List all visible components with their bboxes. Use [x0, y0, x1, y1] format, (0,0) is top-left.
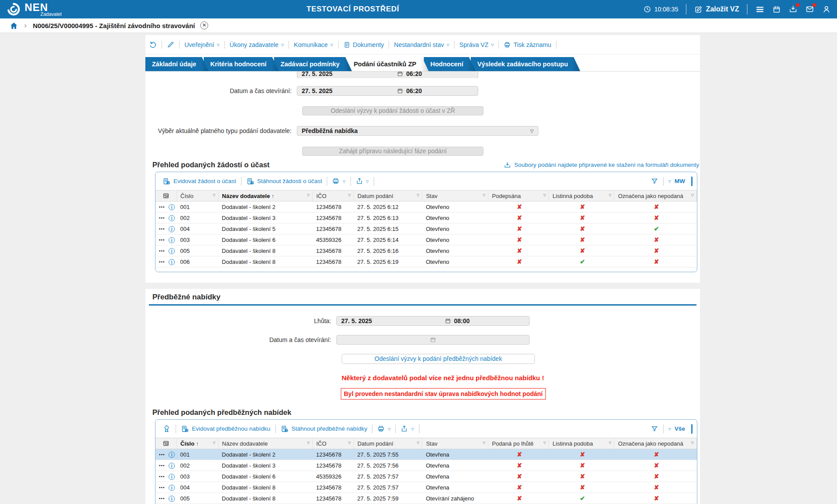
export-grid-button[interactable]: ▽	[356, 177, 369, 185]
row-info-button[interactable]: i	[165, 202, 177, 212]
column-header[interactable]: Podaná po lhůtě▽	[488, 438, 549, 449]
create-vz-button[interactable]: Založit VZ	[694, 5, 739, 14]
row-info-button[interactable]: i	[165, 460, 177, 471]
row-info-button[interactable]: i	[165, 234, 177, 245]
deadline-field[interactable]: 27. 5. 2025 08:00	[336, 316, 530, 326]
row-info-button[interactable]: i	[165, 449, 177, 460]
row-menu-button[interactable]: •••	[155, 212, 165, 223]
breadcrumb-record[interactable]: N006/25/V00004995 - Zajištění závodního …	[33, 22, 195, 29]
table-row[interactable]: •••i002Dodavatel - školení 31234567827. …	[155, 460, 697, 471]
calendar-icon[interactable]	[397, 72, 403, 77]
menu-item-tisk-zaznamu[interactable]: Tisk záznamu	[504, 41, 551, 48]
column-filter-icon[interactable]: ▽	[307, 193, 310, 197]
print-grid-button[interactable]: ▽	[332, 177, 345, 185]
inbox-button[interactable]	[789, 5, 797, 14]
user-profile-button[interactable]	[822, 5, 831, 14]
view-selector[interactable]: Vše	[675, 425, 685, 432]
menu-item-ukony-zadavatele[interactable]: Úkony zadavatele▽	[230, 41, 284, 48]
column-filter-icon[interactable]: ▽	[483, 193, 485, 197]
main-menu-button[interactable]	[755, 5, 765, 14]
row-menu-button[interactable]: •••	[155, 234, 165, 245]
download-requests-button[interactable]: Stáhnout žádosti o účast	[246, 177, 322, 185]
table-row[interactable]: •••i006Dodavatel - školení 81234567827. …	[155, 256, 697, 267]
column-filter-icon[interactable]: ▽	[348, 193, 351, 197]
history-button[interactable]	[149, 41, 157, 49]
chevron-down-icon[interactable]: ▽	[668, 427, 671, 431]
table-row[interactable]: •••i001Dodavatel - školení 21234567827. …	[155, 202, 697, 212]
row-info-button[interactable]: i	[165, 245, 177, 256]
grid-scrollbar[interactable]	[691, 424, 693, 434]
table-row[interactable]: •••i002Dodavatel - školení 31234567827. …	[155, 212, 697, 223]
table-row[interactable]: •••i003Dodavatel - školení 64535932627. …	[155, 471, 697, 482]
column-filter-icon[interactable]: ▽	[609, 441, 611, 445]
send-preliminary-request-button[interactable]: Odeslání výzvy k podání předběžných nabí…	[342, 354, 535, 364]
row-menu-button[interactable]: •••	[155, 256, 165, 267]
column-filter-icon[interactable]: ▽	[483, 441, 485, 445]
column-header[interactable]: Číslo ↑▽	[177, 438, 218, 449]
column-header[interactable]: Název dodavatele▽	[218, 438, 313, 449]
next-phase-button[interactable]: Zahájit přípravu následující fáze podání	[302, 147, 483, 156]
grid-scrollbar[interactable]	[691, 176, 693, 186]
edit-record-button[interactable]	[167, 41, 174, 48]
row-menu-button[interactable]: •••	[155, 493, 165, 504]
column-header[interactable]: Datum podání▽	[354, 191, 422, 202]
column-filter-icon[interactable]: ▽	[691, 441, 694, 445]
column-filter-icon[interactable]: ▽	[691, 193, 694, 197]
grid-settings-icon[interactable]	[155, 191, 177, 202]
column-filter-icon[interactable]: ▽	[417, 193, 419, 197]
table-row[interactable]: •••i001Dodavatel - školení 21234567827. …	[155, 449, 697, 460]
download-preliminary-button[interactable]: Stáhnout předběžné nabídky	[281, 425, 368, 433]
calendar-icon[interactable]	[397, 88, 403, 94]
column-header[interactable]: Listinná podoba▽	[549, 438, 614, 449]
column-header[interactable]: Stav▽	[422, 438, 488, 449]
deadline-field-clipped[interactable]: 27. 5. 2025 06:20	[297, 72, 478, 78]
menu-item-nestandardni-stav[interactable]: Nestandardní stav▽	[394, 41, 449, 48]
submission-files-link[interactable]: Soubory podání najdete připravené ke sta…	[504, 161, 699, 169]
menu-item-komunikace[interactable]: Komunikace▽	[294, 41, 333, 48]
chevron-down-icon[interactable]: ▽	[668, 180, 671, 184]
nen-logo[interactable]: NEN Zadavatel	[6, 2, 61, 17]
table-row[interactable]: •••i003Dodavatel - školení 64535932627. …	[155, 234, 697, 245]
tab-podani-ucastniku-zp[interactable]: Podání účastníků ZP	[347, 57, 429, 71]
home-button[interactable]	[10, 22, 18, 30]
row-menu-button[interactable]: •••	[155, 460, 165, 471]
row-info-button[interactable]: i	[165, 256, 177, 267]
calendar-icon[interactable]	[445, 318, 451, 324]
column-filter-icon[interactable]: ▽	[543, 441, 546, 445]
export-grid-button[interactable]: ▽	[400, 425, 414, 432]
column-filter-icon[interactable]: ▽	[348, 441, 351, 445]
column-filter-icon[interactable]: ▽	[307, 441, 310, 445]
row-info-button[interactable]: i	[165, 493, 177, 504]
row-menu-button[interactable]: •••	[155, 202, 165, 212]
row-menu-button[interactable]: •••	[155, 245, 165, 256]
menu-item-dokumenty[interactable]: Dokumenty	[343, 41, 384, 48]
grid-settings-icon[interactable]	[155, 438, 177, 449]
tab-zakladni-udaje[interactable]: Základní údaje	[145, 57, 209, 71]
row-info-button[interactable]: i	[165, 212, 177, 223]
tab-hodnoceni[interactable]: Hodnocení	[424, 57, 476, 71]
register-request-button[interactable]: Evidovat žádost o účast	[162, 177, 236, 185]
tab-zadavaci-podminky[interactable]: Zadávací podmínky	[274, 57, 352, 71]
opening-datetime-field[interactable]: 27. 5. 2025 06:20	[297, 86, 478, 96]
column-header[interactable]: Stav▽	[422, 191, 488, 202]
close-record-icon[interactable]: ✕	[200, 22, 208, 29]
table-row[interactable]: •••i004Dodavatel - školení 51234567827. …	[155, 223, 697, 234]
column-filter-icon[interactable]: ▽	[213, 441, 215, 445]
column-header[interactable]: IČO▽	[313, 438, 354, 449]
row-menu-button[interactable]: •••	[155, 471, 165, 482]
tab-vysledek[interactable]: Výsledek zadávacího postupu	[471, 57, 580, 71]
column-header[interactable]: Název dodavatele ↑▽	[218, 191, 313, 202]
messages-button[interactable]	[805, 5, 814, 14]
row-menu-button[interactable]: •••	[155, 482, 165, 493]
column-header[interactable]: IČO▽	[313, 191, 354, 202]
filter-button[interactable]	[651, 425, 658, 432]
filter-button[interactable]	[651, 177, 658, 185]
column-header[interactable]: Listinná podoba▽	[549, 191, 614, 202]
send-participation-request-button[interactable]: Odeslání výzvy k podání žádosti o účast …	[302, 106, 483, 115]
column-filter-icon[interactable]: ▽	[543, 193, 546, 197]
row-menu-button[interactable]: •••	[155, 449, 165, 460]
column-header[interactable]: Datum podání▽	[354, 438, 422, 449]
evaluation-button[interactable]	[162, 425, 171, 433]
column-header[interactable]: Označena jako nepodaná▽	[614, 438, 697, 449]
column-header[interactable]: Číslo▽	[177, 191, 218, 202]
